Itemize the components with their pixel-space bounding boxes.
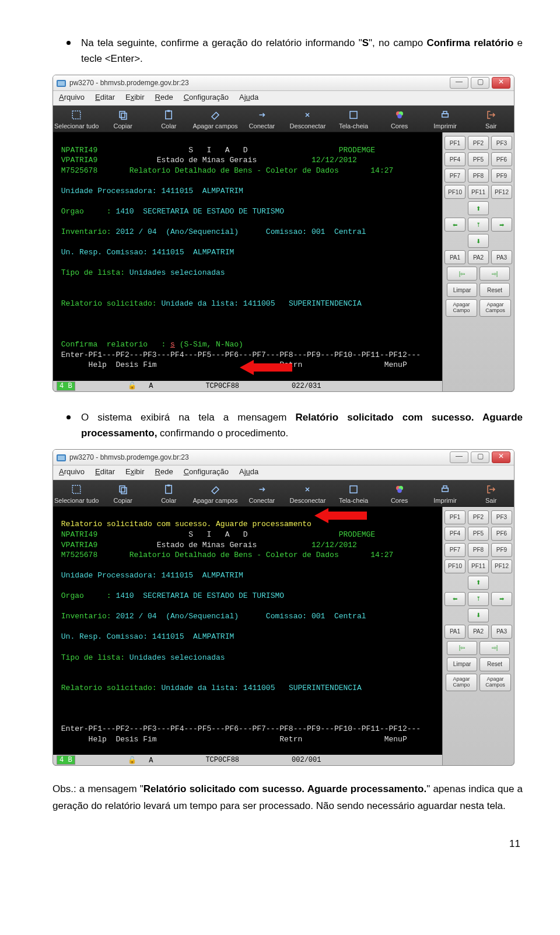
- toolbar-conectar[interactable]: Conectar: [239, 109, 285, 129]
- keypad-pa3[interactable]: PA3: [491, 250, 512, 264]
- toolbar-cores[interactable]: Cores: [376, 484, 422, 504]
- toolbar-selecionar-tudo[interactable]: Selecionar tudo: [53, 109, 100, 129]
- window-titlebar[interactable]: pw3270 - bhmvsb.prodemge.gov.br:23 — ▢ ✕: [53, 75, 514, 91]
- menu-configuracao[interactable]: Configuração: [184, 467, 229, 476]
- keypad-pf8[interactable]: PF8: [468, 169, 489, 183]
- menu-exibir[interactable]: Exibir: [125, 467, 145, 476]
- menu-editar[interactable]: Editar: [95, 93, 115, 101]
- toolbar-sair[interactable]: Sair: [468, 109, 514, 129]
- close-button[interactable]: ✕: [492, 77, 510, 89]
- keypad-pf9[interactable]: PF9: [491, 543, 512, 557]
- close-button[interactable]: ✕: [492, 451, 510, 463]
- toolbar-desconectar[interactable]: Desconectar: [285, 109, 331, 129]
- toolbar-imprimir[interactable]: Imprimir: [422, 109, 468, 129]
- keypad-pf12[interactable]: PF12: [491, 559, 512, 573]
- toolbar-apagar-campos[interactable]: Apagar campos: [192, 484, 239, 504]
- toolbar-cores[interactable]: Cores: [376, 109, 422, 129]
- menu-ajuda[interactable]: Ajuda: [239, 467, 258, 476]
- keypad-pf3[interactable]: PF3: [491, 136, 512, 150]
- keypad-pf1[interactable]: PF1: [444, 136, 466, 150]
- keypad-pf4[interactable]: PF4: [444, 527, 466, 541]
- keypad-pf9[interactable]: PF9: [491, 169, 512, 183]
- connect-icon: [256, 109, 268, 121]
- toolbar-tela-cheia[interactable]: Tela-cheia: [331, 484, 377, 504]
- menu-ajuda[interactable]: Ajuda: [239, 93, 258, 101]
- keypad-down[interactable]: ⬇: [468, 234, 489, 248]
- keypad-pf2[interactable]: PF2: [468, 510, 489, 524]
- keypad-pf4[interactable]: PF4: [444, 152, 466, 166]
- keypad-pf10[interactable]: PF10: [444, 559, 466, 573]
- keypad-pf7[interactable]: PF7: [444, 543, 466, 557]
- toolbar-imprimir[interactable]: Imprimir: [422, 484, 468, 504]
- keypad-limpar[interactable]: Limpar: [447, 283, 477, 297]
- toolbar-selecionar-tudo[interactable]: Selecionar tudo: [53, 484, 100, 504]
- bullet-icon: [66, 415, 71, 419]
- keypad-limpar[interactable]: Limpar: [447, 657, 477, 671]
- toolbar-sair[interactable]: Sair: [468, 484, 514, 504]
- bullet1-bold1: S: [362, 37, 369, 48]
- menu-editar[interactable]: Editar: [95, 467, 115, 476]
- toolbar-colar[interactable]: Colar: [146, 109, 192, 129]
- keypad-pf1[interactable]: PF1: [444, 510, 466, 524]
- keypad-apagar-campo[interactable]: Apagar Campo: [446, 299, 477, 317]
- keypad-next-tab[interactable]: ⇨|: [480, 641, 510, 655]
- keypad-apagar-campo[interactable]: Apagar Campo: [446, 674, 477, 691]
- keypad-pa2[interactable]: PA2: [468, 625, 489, 639]
- keypad-pf12[interactable]: PF12: [491, 185, 512, 199]
- toolbar-conectar[interactable]: Conectar: [239, 484, 285, 504]
- keypad-prev-tab[interactable]: |⇦: [447, 641, 477, 655]
- keypad-home[interactable]: ⤒: [468, 218, 489, 232]
- keypad-pa1[interactable]: PA1: [444, 625, 466, 639]
- menu-rede[interactable]: Rede: [155, 467, 173, 476]
- keypad-pf2[interactable]: PF2: [468, 136, 489, 150]
- window-titlebar[interactable]: pw3270 - bhmvsb.prodemge.gov.br:23 — ▢ ✕: [53, 450, 514, 465]
- minimize-button[interactable]: —: [450, 451, 468, 463]
- keypad-pf5[interactable]: PF5: [468, 527, 489, 541]
- toolbar-tela-cheia[interactable]: Tela-cheia: [331, 109, 377, 129]
- keypad-pf11[interactable]: PF11: [468, 559, 489, 573]
- maximize-button[interactable]: ▢: [471, 451, 489, 463]
- toolbar-colar[interactable]: Colar: [146, 484, 192, 504]
- keypad-pa3[interactable]: PA3: [491, 625, 512, 639]
- menu-exibir[interactable]: Exibir: [125, 93, 145, 101]
- keypad-pf5[interactable]: PF5: [468, 152, 489, 166]
- svg-rect-20: [350, 486, 357, 493]
- keypad-apagar-campos[interactable]: Apagar Campos: [480, 299, 511, 317]
- keypad-apagar-campos[interactable]: Apagar Campos: [480, 674, 511, 691]
- keypad-down[interactable]: ⬇: [468, 608, 489, 622]
- keypad-pf6[interactable]: PF6: [491, 527, 512, 541]
- keypad-home[interactable]: ⤒: [468, 592, 489, 606]
- keypad-right[interactable]: ➡: [491, 592, 512, 606]
- keypad-up[interactable]: ⬆: [468, 201, 489, 215]
- svg-rect-16: [120, 486, 125, 492]
- terminal-screen-2[interactable]: Relatorio solicitado com sucesso. Aguard…: [53, 507, 442, 755]
- toolbar-copiar[interactable]: Copiar: [100, 109, 146, 129]
- keypad-left[interactable]: ⬅: [444, 218, 466, 232]
- minimize-button[interactable]: —: [450, 77, 468, 89]
- keypad-prev-tab[interactable]: |⇦: [447, 267, 477, 281]
- toolbar-copiar[interactable]: Copiar: [100, 484, 146, 504]
- menu-rede[interactable]: Rede: [155, 93, 173, 101]
- app-icon: [57, 453, 66, 461]
- keypad-pf8[interactable]: PF8: [468, 543, 489, 557]
- keypad-pf11[interactable]: PF11: [468, 185, 489, 199]
- keypad-pf10[interactable]: PF10: [444, 185, 466, 199]
- keypad-pf6[interactable]: PF6: [491, 152, 512, 166]
- terminal-screen-1[interactable]: NPATRI49 S I A D PRODEMGE VPATRIA9 Estad…: [53, 132, 442, 380]
- keypad-right[interactable]: ➡: [491, 218, 512, 232]
- menu-arquivo[interactable]: Arquivo: [59, 467, 85, 476]
- keypad-left[interactable]: ⬅: [444, 592, 466, 606]
- keypad-pf7[interactable]: PF7: [444, 169, 466, 183]
- keypad-next-tab[interactable]: ⇨|: [480, 267, 510, 281]
- maximize-button[interactable]: ▢: [471, 77, 489, 89]
- menu-arquivo[interactable]: Arquivo: [59, 93, 85, 101]
- keypad-reset[interactable]: Reset: [480, 283, 510, 297]
- keypad-pa2[interactable]: PA2: [468, 250, 489, 264]
- toolbar-desconectar[interactable]: Desconectar: [285, 484, 331, 504]
- keypad-reset[interactable]: Reset: [480, 657, 510, 671]
- keypad-pf3[interactable]: PF3: [491, 510, 512, 524]
- keypad-up[interactable]: ⬆: [468, 576, 489, 590]
- menu-configuracao[interactable]: Configuração: [184, 93, 229, 101]
- keypad-pa1[interactable]: PA1: [444, 250, 466, 264]
- toolbar-apagar-campos[interactable]: Apagar campos: [192, 109, 239, 129]
